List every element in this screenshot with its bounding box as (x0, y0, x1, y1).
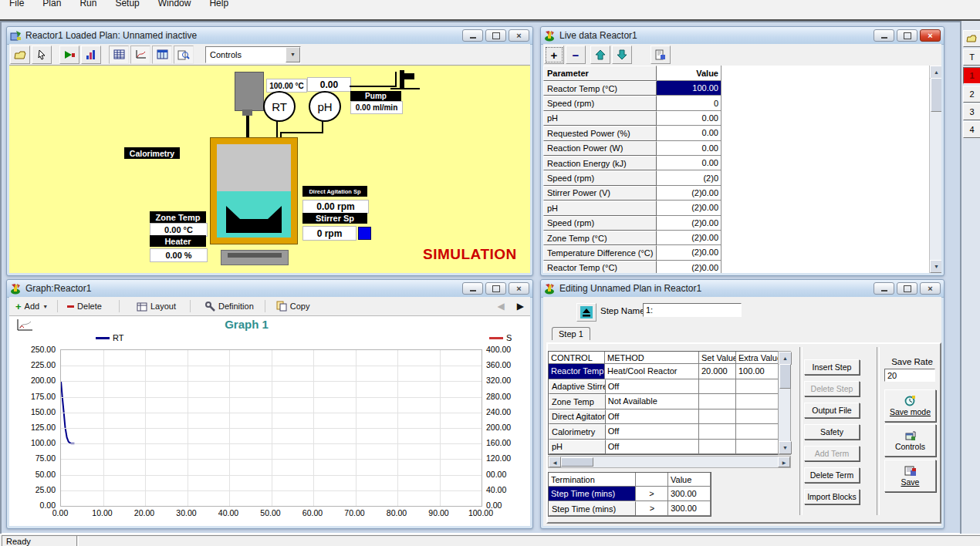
safety-button[interactable]: Safety (804, 424, 860, 440)
reactor-plan-titlebar[interactable]: Reactor1 Loaded Plan: Unnamed inactive × (7, 27, 532, 45)
maximize-button[interactable] (485, 29, 506, 42)
scrollbar-thumb[interactable] (561, 457, 593, 467)
scrollbar-thumb[interactable] (779, 364, 791, 389)
controls-button[interactable]: Controls (884, 424, 936, 457)
scroll-left-icon[interactable]: ◀ (549, 457, 561, 467)
close-button[interactable]: × (509, 282, 529, 295)
view-grid-button[interactable] (152, 46, 172, 64)
pointer-button[interactable] (32, 46, 52, 64)
side-button-4[interactable]: 4 (963, 121, 980, 138)
export-data-button[interactable] (651, 46, 671, 64)
scrollbar-thumb[interactable] (931, 78, 941, 112)
open-plan-button[interactable] (10, 46, 30, 64)
rt-indicator[interactable]: RT (263, 91, 296, 122)
maximize-button[interactable] (897, 29, 917, 42)
menu-item-plan[interactable]: Plan (33, 0, 70, 12)
table-row[interactable]: Reactor TempHeat/Cool Reactor20.000100.0… (549, 364, 779, 379)
minimize-button[interactable] (874, 29, 894, 42)
table-row[interactable]: Speed (rpm)0 (543, 96, 930, 110)
side-button-1[interactable]: 1 (963, 67, 980, 84)
live-data-titlebar[interactable]: Live data Reactor1 × (541, 27, 944, 45)
table-row[interactable]: Direct AgitatorOff (549, 410, 779, 425)
save-button[interactable]: Save (884, 460, 936, 492)
scroll-up-icon[interactable]: ▲ (779, 352, 792, 365)
side-button-t[interactable]: T (963, 49, 980, 66)
menu-item-file[interactable]: File (0, 0, 33, 12)
scroll-right-icon[interactable]: ▶ (778, 457, 790, 467)
table-row[interactable]: Speed (rpm)(2)0.00 (543, 216, 930, 231)
layout-button[interactable]: Layout (130, 300, 182, 313)
side-button-3[interactable]: 3 (963, 103, 980, 120)
copy-button[interactable]: Copy (270, 299, 316, 313)
next-graph-button[interactable]: ▶ (511, 299, 530, 313)
view-table-button[interactable] (109, 46, 129, 64)
calorimetry-label[interactable]: Calorimetry (124, 147, 180, 159)
table-row[interactable]: Temperature Difference (°C)(2)0.00 (543, 245, 930, 260)
side-button-2[interactable]: 2 (963, 86, 980, 103)
move-up-button[interactable] (590, 46, 610, 64)
plan-editor-button[interactable] (81, 46, 101, 64)
menu-item-setup[interactable]: Setup (106, 0, 148, 12)
maximize-button[interactable] (485, 282, 506, 295)
table-row[interactable]: Zone TempNot Available (549, 394, 779, 410)
plan-editor-titlebar[interactable]: Editing Unnamed Plan in Reactor1 × (541, 280, 944, 298)
add-parameter-button[interactable]: + (544, 46, 564, 64)
tab-step1[interactable]: Step 1 (552, 327, 590, 340)
ph-indicator[interactable]: pH (309, 91, 341, 122)
scroll-up-icon[interactable]: ▲ (930, 66, 941, 79)
graph-titlebar[interactable]: Graph:Reactor1 × (7, 280, 532, 298)
import-blocks-button[interactable]: Import Blocks (804, 489, 860, 504)
collapse-step-button[interactable] (576, 303, 596, 322)
insert-step-button[interactable]: Insert Step (804, 359, 860, 375)
move-down-button[interactable] (612, 46, 632, 64)
maximize-button[interactable] (897, 282, 917, 295)
chevron-down-icon[interactable]: ▼ (286, 47, 300, 62)
save-mode-button[interactable]: Save mode (884, 389, 936, 422)
controls-dropdown[interactable]: Controls ▼ (205, 46, 301, 63)
chevron-down-icon[interactable]: ▼ (42, 304, 48, 309)
output-file-button[interactable]: Output File (804, 403, 860, 418)
table-row[interactable]: pHOff (549, 440, 779, 455)
view-graph-button[interactable] (130, 46, 150, 64)
table-row[interactable]: Reaction Energy (kJ)0.00 (543, 156, 930, 170)
step-name-input[interactable] (643, 303, 742, 317)
table-row[interactable]: Speed (rpm)(2)0 (543, 170, 930, 185)
table-row[interactable]: Requested Power (%)0.00 (543, 126, 930, 140)
minimize-button[interactable] (462, 29, 483, 42)
scroll-down-icon[interactable]: ▼ (779, 441, 792, 454)
table-row[interactable]: CalorimetryOff (549, 424, 779, 440)
minimize-button[interactable] (462, 282, 483, 295)
side-folder-button[interactable] (963, 30, 980, 47)
table-row[interactable]: Step Time (mins)>300.00 (549, 487, 711, 501)
legend-rt[interactable]: RT (96, 333, 123, 342)
close-button[interactable]: × (920, 29, 941, 42)
delete-series-button[interactable]: Delete (61, 300, 108, 312)
prev-graph-button[interactable]: ◀ (492, 299, 511, 313)
table-row[interactable]: pH0.00 (543, 111, 930, 126)
add-series-button[interactable]: + Add ▼ (9, 299, 54, 314)
control-table-vscroll[interactable]: ▲ ▼ (778, 351, 791, 455)
minimize-button[interactable] (874, 282, 894, 295)
table-row[interactable]: pH(2)0.00 (543, 201, 930, 215)
table-row[interactable]: Zone Temp (°C)(2)0.00 (543, 231, 930, 245)
table-row[interactable]: Reactor Temp (°C)(2)0.00 (543, 261, 930, 273)
table-row[interactable]: Step Time (mins)>300.00 (549, 501, 711, 516)
control-table-hscroll[interactable]: ◀ ▶ (548, 456, 791, 468)
table-row[interactable]: Stirrer Power (V)(2)0.00 (543, 186, 930, 201)
table-row[interactable]: Adaptive StirrerOff (549, 379, 779, 395)
plot-area[interactable] (60, 349, 482, 507)
close-button[interactable]: × (509, 29, 529, 42)
table-row[interactable]: Reactor Temp (°C)100.00 (543, 81, 930, 96)
delete-term-button[interactable]: Delete Term (804, 467, 860, 483)
view-zoom-button[interactable] (174, 46, 194, 64)
legend-s[interactable]: S (489, 333, 512, 342)
menu-item-help[interactable]: Help (200, 0, 238, 12)
stirrer-status-indicator[interactable] (358, 227, 371, 240)
menu-item-window[interactable]: Window (149, 0, 201, 12)
definition-button[interactable]: Definition (198, 299, 260, 313)
live-table-scrollbar[interactable]: ▲ ▼ (929, 66, 941, 273)
remove-parameter-button[interactable]: − (566, 46, 586, 64)
save-rate-input[interactable] (884, 369, 935, 382)
menu-item-run[interactable]: Run (70, 0, 106, 12)
close-button[interactable]: × (920, 282, 941, 295)
